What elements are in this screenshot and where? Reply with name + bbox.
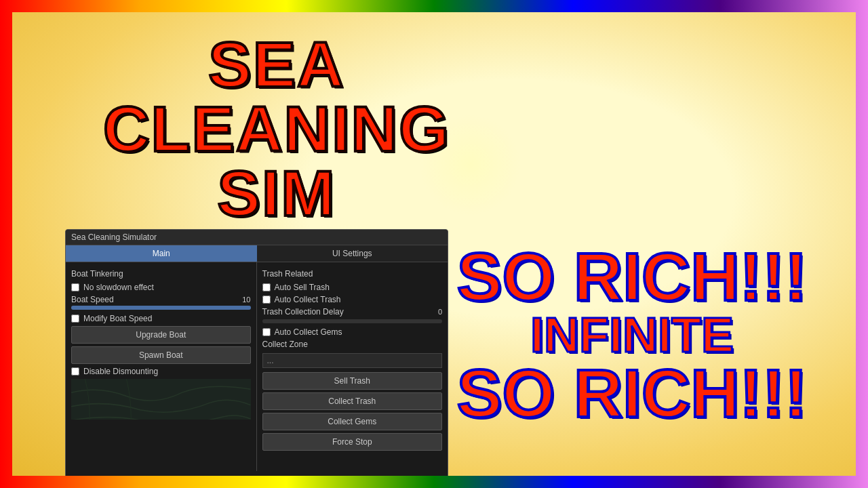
no-slowdown-label: No slowdown effect [83, 283, 154, 292]
auto-sell-checkbox[interactable] [262, 283, 271, 291]
auto-collect-gems-checkbox[interactable] [262, 328, 271, 336]
hype-line2: INFINITE [435, 310, 829, 359]
left-panel: Boat Tinkering No slowdown effect Boat S… [66, 262, 257, 471]
window-title: Sea Cleaning Simulator [71, 232, 157, 242]
window-tabs: Main UI Settings [66, 245, 448, 262]
sell-trash-button[interactable]: Sell Trash [262, 372, 443, 390]
modify-boat-speed-row: Modify Boat Speed [71, 314, 251, 323]
title-line1: SEA CLEANING SIM [66, 33, 487, 226]
left-section-title: Boat Tinkering [71, 269, 251, 279]
no-slowdown-checkbox[interactable] [71, 283, 79, 291]
modify-boat-speed-checkbox[interactable] [71, 314, 79, 323]
force-stop-button[interactable]: Force Stop [262, 433, 443, 451]
disable-dismounting-checkbox[interactable] [71, 367, 79, 375]
hype-text-area: SO RICH!!! INFINITE SO RICH!!! [435, 243, 829, 427]
right-section-title: Trash Related [262, 269, 443, 279]
map-area [71, 379, 251, 420]
auto-sell-row: Auto Sell Trash [262, 283, 443, 292]
boat-speed-fill [71, 306, 251, 310]
boat-speed-value: 10 [242, 296, 250, 304]
collect-zone-label: Collect Zone [262, 340, 443, 349]
collection-delay-row: Trash Collection Delay 0 [262, 307, 443, 317]
disable-dismounting-row: Disable Dismounting [71, 367, 251, 376]
rainbow-border: SEA CLEANING SIM SCRIPT!! SO RICH!!! INF… [0, 0, 868, 488]
collection-delay-label: Trash Collection Delay [262, 307, 344, 317]
auto-collect-label: Auto Collect Trash [275, 295, 341, 304]
hype-line1: SO RICH!!! [435, 243, 829, 310]
auto-collect-gems-label: Auto Collect Gems [275, 327, 342, 337]
boat-speed-label: Boat Speed [71, 295, 114, 304]
collection-delay-value: 0 [438, 308, 442, 316]
background: SEA CLEANING SIM SCRIPT!! SO RICH!!! INF… [12, 12, 856, 476]
spawn-boat-button[interactable]: Spawn Boat [71, 346, 251, 364]
auto-sell-label: Auto Sell Trash [275, 283, 330, 292]
collection-delay-slider[interactable] [262, 319, 443, 323]
tab-ui-settings[interactable]: UI Settings [257, 245, 448, 262]
hype-line3: SO RICH!!! [435, 359, 829, 427]
upgrade-boat-button[interactable]: Upgrade Boat [71, 326, 251, 344]
window-content: Boat Tinkering No slowdown effect Boat S… [66, 262, 448, 471]
modify-boat-speed-label: Modify Boat Speed [83, 314, 152, 323]
auto-collect-gems-row: Auto Collect Gems [262, 327, 443, 337]
disable-dismounting-label: Disable Dismounting [83, 367, 158, 376]
auto-collect-checkbox[interactable] [262, 296, 271, 304]
collect-trash-button[interactable]: Collect Trash [262, 392, 443, 410]
tab-main[interactable]: Main [66, 245, 257, 262]
auto-collect-row: Auto Collect Trash [262, 295, 443, 304]
collect-zone-input[interactable] [262, 353, 443, 368]
no-slowdown-row: No slowdown effect [71, 283, 251, 292]
right-panel: Trash Related Auto Sell Trash Auto Colle… [257, 262, 448, 471]
window-titlebar: Sea Cleaning Simulator [66, 230, 448, 245]
map-lines-svg [71, 379, 251, 420]
game-window: Sea Cleaning Simulator Main UI Settings … [65, 229, 448, 476]
boat-speed-header: Boat Speed 10 [71, 295, 251, 304]
collect-gems-button[interactable]: Collect Gems [262, 413, 443, 430]
boat-speed-track [71, 306, 251, 310]
